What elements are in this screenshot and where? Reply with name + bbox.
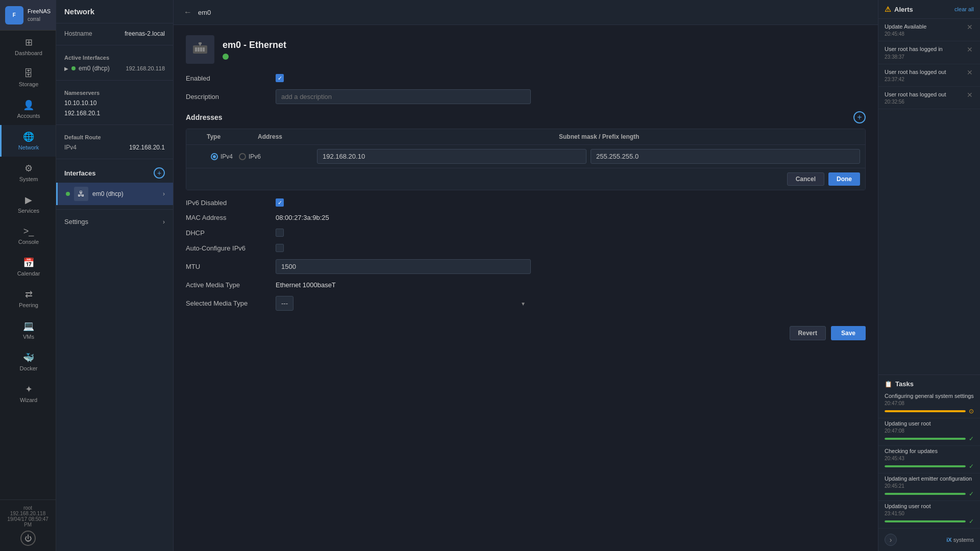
sidebar-item-console[interactable]: >_ Console [0, 220, 56, 251]
selected-media-type-wrapper: --- [276, 296, 531, 311]
task-status-icon: ⊙ [969, 408, 974, 415]
add-address-button[interactable]: + [853, 111, 866, 123]
addresses-table-header: Type Address Subnet mask / Prefix length [186, 129, 865, 145]
interface-list-item[interactable]: 🖧 em0 (dhcp) › [56, 183, 173, 205]
logo-icon: F [5, 6, 23, 24]
tasks-icon: 📋 [885, 381, 892, 388]
task-done-icon: ✓ [969, 435, 974, 442]
sidebar-item-network[interactable]: 🌐 Network [0, 125, 56, 157]
network-side-panel: Network Hostname freenas-2.local Active … [56, 0, 174, 551]
subnet-input[interactable] [591, 149, 860, 164]
sidebar-item-wizard[interactable]: ✦ Wizard [0, 378, 56, 409]
revert-button[interactable]: Revert [790, 326, 826, 340]
settings-item[interactable]: Settings › [56, 214, 173, 230]
close-alert-1-button[interactable]: ✕ [966, 45, 974, 54]
alerts-header: ⚠ Alerts clear all [878, 0, 980, 19]
enabled-checkbox[interactable] [276, 74, 284, 82]
task-item: Updating user root 20:47:08 ✓ [878, 418, 980, 446]
selected-media-type-row: Selected Media Type --- [186, 296, 866, 311]
sidebar-item-peering[interactable]: ⇄ Peering [0, 283, 56, 314]
network-panel-title: Network [56, 0, 173, 23]
app-logo: F FreeNAS corral [0, 0, 56, 31]
settings-chevron-icon: › [163, 218, 165, 226]
accounts-icon: 👤 [23, 99, 34, 111]
addresses-table: Type Address Subnet mask / Prefix length… [186, 129, 866, 190]
sidebar-item-services[interactable]: ▶ Services [0, 188, 56, 220]
address-input[interactable] [317, 149, 586, 164]
sidebar-item-storage[interactable]: 🗄 Storage [0, 62, 56, 93]
collapse-panel-button[interactable]: › [885, 534, 897, 546]
active-interface-row: ▶ em0 (dhcp) 192.168.20.118 [64, 63, 165, 74]
alert-bell-icon: ⚠ [885, 5, 891, 13]
ipv4-radio-dot [211, 153, 218, 160]
description-row: Description [186, 89, 866, 104]
task-done-icon: ✓ [969, 463, 974, 470]
network-icon: 🌐 [23, 131, 34, 142]
expand-icon[interactable]: ▶ [64, 66, 68, 71]
detail-panel: em0 - Ethernet Enabled Description Addre… [174, 25, 878, 551]
breadcrumb: ← em0 [174, 0, 878, 25]
logo-text: FreeNAS corral [28, 8, 51, 22]
sidebar-item-system[interactable]: ⚙ System [0, 157, 56, 188]
task-progress-bar [885, 438, 966, 440]
interface-status-dot [71, 66, 76, 70]
close-alert-3-button[interactable]: ✕ [966, 91, 974, 99]
cancel-address-button[interactable]: Cancel [787, 172, 824, 186]
sidebar-item-accounts[interactable]: 👤 Accounts [0, 93, 56, 125]
sidebar-item-vms[interactable]: 💻 VMs [0, 314, 56, 346]
ipv6-radio[interactable]: IPv6 [239, 153, 261, 160]
panel-footer: › iX systems [878, 529, 980, 551]
svg-rect-1 [195, 47, 197, 52]
alert-item: User root has logged out 20:32:56 ✕ [878, 87, 980, 109]
hostname-section: Hostname freenas-2.local [56, 23, 173, 41]
vms-icon: 💻 [23, 320, 34, 332]
dhcp-row: DHCP [186, 229, 866, 237]
address-table-row: IPv4 IPv6 [186, 145, 865, 168]
close-alert-2-button[interactable]: ✕ [966, 68, 974, 77]
dashboard-icon: ⊞ [25, 37, 33, 48]
svg-rect-2 [198, 47, 200, 52]
sidebar-item-dashboard[interactable]: ⊞ Dashboard [0, 31, 56, 62]
chevron-right-icon: › [163, 190, 165, 197]
ipv6-radio-dot [239, 153, 246, 160]
clear-all-alerts-button[interactable]: clear all [954, 6, 974, 12]
sidebar-item-calendar[interactable]: 📅 Calendar [0, 251, 56, 283]
default-route-section: Default Route IPv4 192.168.20.1 [56, 129, 173, 155]
selected-media-type-select[interactable]: --- [276, 296, 293, 311]
tasks-section: 📋 Tasks Configuring general system setti… [878, 374, 980, 529]
back-button[interactable]: ← [182, 6, 194, 18]
task-progress-bar [885, 410, 966, 412]
mac-address-row: MAC Address 08:00:27:3a:9b:25 [186, 214, 866, 221]
power-button[interactable]: ⏻ [20, 531, 36, 546]
interface-title-row: em0 - Ethernet [186, 35, 866, 64]
ethernet-icon [192, 41, 208, 58]
close-alert-0-button[interactable]: ✕ [966, 23, 974, 31]
address-actions: Cancel Done [186, 168, 865, 190]
svg-rect-3 [200, 47, 202, 52]
sidebar-item-docker[interactable]: 🐳 Docker [0, 346, 56, 378]
nameservers-section: Nameservers 10.10.10.10 192.168.20.1 [56, 85, 173, 120]
interfaces-section-header: Interfaces + [56, 163, 173, 183]
add-interface-button[interactable]: + [154, 167, 165, 179]
active-interfaces-section: Active Interfaces ▶ em0 (dhcp) 192.168.2… [56, 49, 173, 76]
ipv4-radio[interactable]: IPv4 [211, 153, 233, 160]
alert-item: User root has logged out 23:37:42 ✕ [878, 64, 980, 87]
dhcp-checkbox[interactable] [276, 229, 284, 237]
save-button[interactable]: Save [831, 326, 866, 340]
alerts-title: ⚠ Alerts [885, 5, 913, 13]
sidebar-footer: root 192.168.20.118 19/04/17 08:50:47 PM… [0, 499, 56, 551]
mtu-row: MTU [186, 259, 866, 274]
enabled-row: Enabled [186, 74, 866, 82]
task-item: Checking for updates 20:45:43 ✓ [878, 446, 980, 473]
mtu-input[interactable] [276, 259, 531, 274]
alerts-list: Update Available 20:45:48 ✕ User root ha… [878, 19, 980, 374]
auto-configure-ipv6-checkbox[interactable] [276, 244, 284, 252]
description-input[interactable] [276, 89, 531, 104]
bottom-actions: Revert Save [186, 318, 866, 342]
ipv6-disabled-row: IPv6 Disabled [186, 198, 866, 207]
task-progress-bar [885, 493, 966, 495]
done-address-button[interactable]: Done [828, 172, 860, 186]
interface-icon: 🖧 [74, 187, 88, 201]
interface-online-dot [66, 192, 70, 196]
ipv6-disabled-checkbox[interactable] [276, 198, 284, 207]
